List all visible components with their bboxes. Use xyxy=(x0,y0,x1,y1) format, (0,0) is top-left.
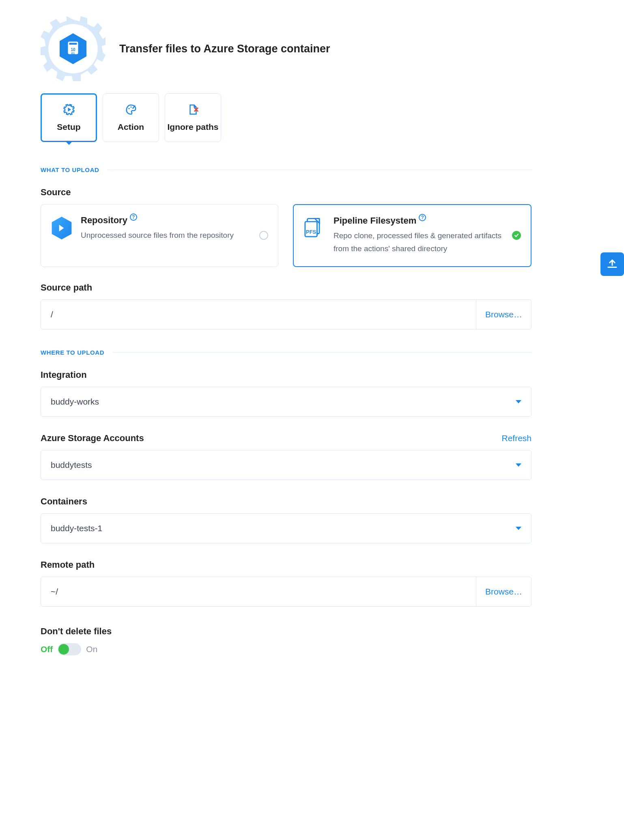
chevron-down-icon xyxy=(516,463,521,467)
browse-source-button[interactable]: Browse… xyxy=(476,300,531,329)
containers-select[interactable]: buddy-tests-1 xyxy=(41,513,531,543)
browse-remote-button[interactable]: Browse… xyxy=(476,577,531,606)
help-icon[interactable]: ? xyxy=(130,213,137,221)
azure-hex-icon: 10 01 xyxy=(60,33,86,64)
source-label: Source xyxy=(41,187,531,198)
source-option-desc: Unprocessed source files from the reposi… xyxy=(81,229,251,242)
pipeline-filesystem-icon: PFS xyxy=(303,215,325,237)
upload-icon xyxy=(606,258,618,270)
file-x-icon xyxy=(187,103,199,116)
svg-text:PFS: PFS xyxy=(306,229,316,235)
source-option-desc: Repo clone, processed files & generated … xyxy=(334,229,504,256)
source-option-title: Pipeline Filesystem xyxy=(334,215,416,226)
page-header: 10 01 Transfer files to Azure Storage co… xyxy=(41,16,531,81)
setup-gear-play-icon xyxy=(63,103,75,116)
help-icon[interactable]: ? xyxy=(419,214,426,221)
integration-select[interactable]: buddy-works xyxy=(41,387,531,417)
page-title: Transfer files to Azure Storage containe… xyxy=(119,43,330,55)
storage-accounts-select[interactable]: buddytests xyxy=(41,450,531,480)
source-option-pipeline[interactable]: PFS Pipeline Filesystem ? Repo clone, pr… xyxy=(293,204,531,267)
tab-label: Setup xyxy=(57,122,80,132)
radio-unselected xyxy=(259,231,268,240)
integration-label: Integration xyxy=(41,370,531,380)
tab-ignore-paths[interactable]: Ignore paths xyxy=(165,93,221,142)
dont-delete-toggle[interactable] xyxy=(58,643,81,655)
tab-setup[interactable]: Setup xyxy=(41,93,97,142)
source-path-group: Browse… xyxy=(41,299,531,330)
svg-text:01: 01 xyxy=(71,52,75,55)
select-value: buddytests xyxy=(51,460,516,470)
action-palette-icon xyxy=(125,103,137,116)
repository-icon xyxy=(51,215,73,239)
chevron-down-icon xyxy=(516,527,521,530)
containers-label: Containers xyxy=(41,496,531,507)
source-option-title: Repository xyxy=(81,215,127,226)
refresh-link[interactable]: Refresh xyxy=(501,433,531,443)
storage-accounts-label: Azure Storage Accounts Refresh xyxy=(41,433,531,444)
action-badge: 10 01 xyxy=(41,16,105,81)
tab-action[interactable]: Action xyxy=(103,93,159,142)
remote-path-group: Browse… xyxy=(41,577,531,607)
tab-bar: Setup Action Ignore paths xyxy=(41,93,531,142)
select-value: buddy-tests-1 xyxy=(51,523,516,533)
toggle-on-label: On xyxy=(86,644,97,654)
source-path-label: Source path xyxy=(41,282,531,293)
remote-path-input[interactable] xyxy=(41,577,476,606)
toggle-off-label: Off xyxy=(41,644,53,654)
section-what-to-upload: WHAT TO UPLOAD xyxy=(41,166,531,173)
dont-delete-label: Don't delete files xyxy=(41,626,531,637)
tab-label: Action xyxy=(118,122,144,132)
remote-path-label: Remote path xyxy=(41,560,531,570)
check-icon xyxy=(512,231,521,240)
chevron-down-icon xyxy=(516,400,521,403)
source-path-input[interactable] xyxy=(41,300,476,329)
upload-floating-button[interactable] xyxy=(600,252,624,276)
section-where-to-upload: WHERE TO UPLOAD xyxy=(41,349,531,356)
svg-marker-7 xyxy=(68,108,71,112)
tab-label: Ignore paths xyxy=(167,122,218,132)
source-option-repository[interactable]: Repository ? Unprocessed source files fr… xyxy=(41,204,278,267)
svg-point-8 xyxy=(128,108,129,109)
select-value: buddy-works xyxy=(51,397,516,407)
dont-delete-toggle-row: Off On xyxy=(41,643,531,655)
svg-point-9 xyxy=(130,106,131,108)
